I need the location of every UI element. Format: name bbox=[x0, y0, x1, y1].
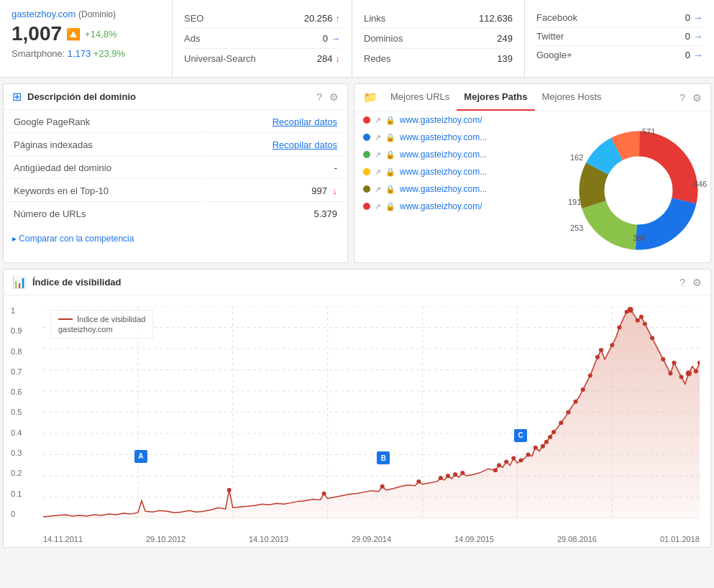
grid-icon: ⊞ bbox=[12, 90, 22, 104]
visibility-panel: 📊 Índice de visibilidad ? ⚙ 1 0.9 0.8 0.… bbox=[3, 269, 711, 548]
data-dot bbox=[493, 468, 498, 472]
data-dot bbox=[686, 370, 692, 376]
indexed-value[interactable]: Recopilar datos bbox=[204, 134, 346, 156]
marker-b[interactable]: B bbox=[377, 451, 390, 464]
googleplus-row: Google+ 0 → bbox=[536, 46, 702, 64]
googleplus-arrow-icon: → bbox=[693, 50, 702, 60]
chart-label-191: 191 bbox=[568, 198, 581, 206]
area-fill bbox=[43, 310, 700, 518]
data-dot bbox=[227, 488, 232, 492]
urls-list: ↗ 🔒 www.gasteizhoy.com/ ↗ 🔒 www.gasteizh… bbox=[354, 111, 567, 262]
svg-point-7 bbox=[605, 157, 672, 224]
legend-sublabel: gasteizhoy.com bbox=[58, 325, 145, 334]
external-icon: ↗ bbox=[375, 202, 381, 211]
data-dot bbox=[617, 326, 621, 330]
data-dot bbox=[511, 456, 516, 460]
facebook-row: Facebook 0 → bbox=[536, 9, 702, 27]
up-arrow-icon: 🔼 bbox=[66, 27, 81, 41]
smartphone-pct: +23,9% bbox=[93, 48, 125, 59]
domain-metrics-table: Google PageRank Recopilar datos Páginas … bbox=[4, 110, 347, 226]
links-value: 112.636 bbox=[479, 13, 513, 24]
best-settings-button[interactable]: ⚙ bbox=[692, 92, 702, 104]
data-dot bbox=[636, 318, 640, 323]
marker-a[interactable]: A bbox=[134, 450, 147, 463]
universal-row: Universal-Search 284 ↓ bbox=[184, 49, 340, 68]
best-panel-header: 📁 Mejores URLs Mejores Paths Mejores Hos… bbox=[354, 84, 710, 111]
data-dot bbox=[639, 315, 644, 319]
folder-icon: 📁 bbox=[363, 91, 377, 104]
y-label: 0.8 bbox=[11, 347, 22, 356]
url-text[interactable]: www.gasteizhoy.com... bbox=[400, 132, 487, 142]
x-label: 29.08.2016 bbox=[557, 535, 597, 543]
url-text[interactable]: www.gasteizhoy.com... bbox=[400, 167, 487, 177]
description-help-button[interactable]: ? bbox=[316, 91, 322, 103]
seo-row: SEO 20.256 ↑ bbox=[184, 9, 340, 29]
compare-link[interactable]: ▸ Comparar con la competencia bbox=[12, 234, 134, 244]
twitter-value: 0 → bbox=[685, 31, 702, 42]
external-icon: ↗ bbox=[375, 185, 381, 194]
marker-c[interactable]: C bbox=[514, 429, 527, 442]
middle-row: ⊞ Descripción del dominio ? ⚙ Google Pag… bbox=[0, 83, 714, 263]
y-label: 0.6 bbox=[11, 387, 22, 396]
data-dot bbox=[697, 361, 700, 365]
y-label: 0.2 bbox=[11, 469, 22, 477]
links-cell: Links 112.636 Dominios 249 Redes 139 bbox=[352, 0, 525, 77]
y-label: 0 bbox=[11, 510, 22, 518]
visibility-help-button[interactable]: ? bbox=[679, 277, 685, 288]
tab-best-hosts[interactable]: Mejores Hosts bbox=[535, 84, 609, 111]
universal-value: 284 bbox=[317, 53, 333, 64]
main-value: 1,007 bbox=[12, 22, 62, 45]
x-axis: 14.11.2011 29.10.2012 14.10.2013 29.09.2… bbox=[43, 535, 700, 543]
dominios-value: 249 bbox=[497, 33, 513, 44]
best-help-button[interactable]: ? bbox=[679, 92, 685, 104]
url-text[interactable]: www.gasteizhoy.com... bbox=[400, 150, 487, 160]
chart-label-162: 162 bbox=[570, 153, 583, 162]
data-dot bbox=[544, 440, 549, 444]
data-dot bbox=[588, 373, 592, 377]
description-panel-header: ⊞ Descripción del dominio ? ⚙ bbox=[4, 84, 347, 110]
external-icon: ↗ bbox=[375, 133, 381, 142]
data-dot bbox=[694, 369, 698, 374]
data-dot bbox=[551, 430, 556, 434]
chart-label-386: 386 bbox=[633, 234, 646, 242]
twitter-row: Twitter 0 → bbox=[536, 27, 702, 46]
url-text[interactable]: www.gasteizhoy.com/ bbox=[400, 115, 482, 125]
chart-label-253: 253 bbox=[570, 224, 583, 232]
tab-best-urls[interactable]: Mejores URLs bbox=[383, 84, 457, 111]
facebook-arrow-icon: → bbox=[693, 12, 702, 23]
legend-row: Índice de visibilidad bbox=[58, 315, 145, 323]
dominios-row: Dominios 249 bbox=[364, 29, 513, 49]
url-text[interactable]: www.gasteizhoy.com... bbox=[400, 184, 487, 194]
lock-icon: 🔒 bbox=[385, 202, 395, 211]
tab-best-paths[interactable]: Mejores Paths bbox=[457, 84, 534, 111]
seo-cell: SEO 20.256 ↑ Ads 0 → Universal-Search 28… bbox=[173, 0, 352, 77]
description-settings-button[interactable]: ⚙ bbox=[329, 91, 339, 103]
description-panel: ⊞ Descripción del dominio ? ⚙ Google Pag… bbox=[3, 83, 348, 263]
visibility-settings-button[interactable]: ⚙ bbox=[692, 277, 702, 288]
y-label: 1 bbox=[11, 306, 22, 315]
data-dot bbox=[453, 472, 457, 477]
url-text[interactable]: www.gasteizhoy.com/ bbox=[400, 201, 482, 211]
googleplus-value: 0 → bbox=[685, 50, 702, 60]
data-dot bbox=[548, 435, 552, 439]
seo-value: 20.256 bbox=[304, 13, 333, 24]
data-dot bbox=[581, 387, 585, 392]
y-label: 0.3 bbox=[11, 449, 22, 457]
data-dot bbox=[534, 446, 538, 450]
table-row: Número de URLs 5.379 bbox=[5, 203, 346, 224]
description-panel-title: Descripción del dominio bbox=[27, 91, 136, 102]
description-panel-actions: ? ⚙ bbox=[316, 91, 339, 103]
urls-label: Número de URLs bbox=[5, 203, 203, 224]
data-dot bbox=[679, 375, 684, 379]
ads-value: 0 bbox=[323, 33, 328, 44]
table-row: Keywords en el Top-10 997 ↓ bbox=[5, 180, 346, 202]
visibility-chart-area: 1 0.9 0.8 0.7 0.6 0.5 0.4 0.3 0.2 0.1 0 bbox=[4, 295, 710, 547]
donut-chart: 571 446 386 253 191 162 bbox=[567, 111, 710, 262]
domain-link[interactable]: gasteizhoy.com bbox=[12, 9, 75, 19]
redes-value: 139 bbox=[497, 53, 513, 64]
ads-label: Ads bbox=[184, 33, 200, 44]
dot-blue bbox=[363, 134, 370, 141]
best-panel: 📁 Mejores URLs Mejores Paths Mejores Hos… bbox=[354, 83, 711, 263]
data-dot bbox=[526, 453, 531, 457]
pagerank-value[interactable]: Recopilar datos bbox=[204, 111, 346, 133]
